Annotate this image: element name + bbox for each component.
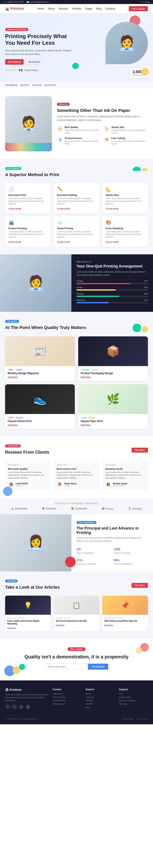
footer-explore-link-5[interactable]: Blog [86, 706, 115, 708]
progress-products: Products 60% [76, 293, 148, 297]
article-card-2: 📋 Tips • Dec 10, 2024 Get Fresh Flavoure… [54, 596, 99, 631]
nav-contacts[interactable]: Contacts [105, 7, 115, 10]
brand-soundz: 🎵 SOUNDZ [128, 507, 142, 510]
service-doc-edit-link[interactable]: LEARN MORE [57, 208, 70, 210]
service-variety-title: Variety Size [106, 194, 145, 196]
hero-more-button[interactable]: Read More [25, 59, 43, 65]
nav-home[interactable]: Home [37, 7, 44, 10]
service-product-link[interactable]: LEARN MORE [8, 241, 22, 243]
hero-image: 🧑‍💼 [105, 22, 148, 64]
social-icon-in[interactable]: in [145, 1, 147, 3]
cta-top-badge-label: Get a Quote [68, 647, 86, 651]
footer-privacy-link[interactable]: Privacy Policy [122, 718, 134, 720]
portfolio-flyer-link[interactable]: Read More [81, 424, 91, 426]
footer-support-link-4[interactable]: Site Map [119, 703, 148, 705]
reviewer-name-3: Brenda James [113, 483, 127, 485]
portfolio-header: Our Works At The Point When Quality Trul… [5, 319, 148, 332]
service-color-link[interactable]: LEARN MORE [106, 241, 119, 243]
about-badge: About Us [57, 103, 70, 106]
deco-yellow-semicircle [142, 168, 148, 171]
footer-copyright: © 2024 Printism. All Rights Reserved. [5, 718, 37, 720]
footer-contact-links: Address Info Phone Number Email Address … [53, 693, 82, 705]
reviews-view-more-button[interactable]: View More [131, 448, 148, 453]
footer-explore-link-3[interactable]: Services [86, 700, 115, 702]
service-card-variety-size: 📐 Variety Size Lorem ipsum dolor sit ame… [102, 183, 148, 213]
footer-contact-link-4[interactable]: Working Hours [53, 703, 82, 705]
footer-support-link-2[interactable]: Privacy Policy [119, 696, 148, 698]
reviewer-avatar-icon-3: 👩 [106, 483, 110, 486]
service-card-cloud-print: ☁️ Cloud Printing Lorem ipsum dolor sit … [54, 216, 99, 247]
footer-explore-link-2[interactable]: About Us [86, 696, 115, 698]
topbar-email: 📧 printism@gmail.com [26, 1, 49, 3]
nav-pages[interactable]: Pages [85, 7, 93, 10]
footer-explore-link-1[interactable]: Home [86, 693, 115, 695]
stat-satisfaction-num: 99 [114, 559, 117, 562]
footer-support-link-1[interactable]: FAQ [119, 693, 148, 695]
social-icon-f[interactable]: f [141, 1, 142, 3]
progress-products-value: 60% [144, 293, 148, 295]
article-read-3[interactable]: Read More [104, 624, 113, 626]
nav-portfolio[interactable]: Portfolio [72, 7, 81, 10]
article-read-1[interactable]: Read More [7, 627, 16, 629]
footer-social-in[interactable]: in [19, 704, 24, 709]
articles-view-more-button[interactable]: View More [131, 583, 148, 588]
portfolio-packaging-title: Product Packaging Design [81, 372, 145, 375]
service-variety-link[interactable]: LEARN MORE [106, 208, 119, 210]
about-content: About Us Something Other Than Ink On Pap… [57, 102, 148, 145]
navbar-actions: Get a Quote [129, 6, 148, 11]
logo-text: Printism [10, 7, 24, 10]
service-card-color-sampling: 🎨 Color Sampling Lorem ipsum dolor sit a… [102, 216, 148, 247]
portfolio-magazine-link[interactable]: Read More [8, 376, 18, 378]
social-icon-yt[interactable]: ▶ [148, 1, 150, 3]
portfolio-shoes-link[interactable]: Read More [8, 424, 18, 426]
nav-about[interactable]: About [48, 7, 54, 10]
article-icon-1: 💡 [24, 601, 32, 609]
service-doc-print-link[interactable]: LEARN MORE [8, 208, 22, 210]
service-card-document-print: 📄 Document Print Lorem ipsum dolor sit a… [5, 183, 51, 213]
article-card-1: 💡 Design • Dec 12, 2024 Color Lights and… [5, 596, 51, 631]
brand-mountain: ⛰️ MOUNTAIN [11, 507, 27, 510]
service-doc-edit-icon: ✏️ [57, 187, 96, 192]
nav-blog[interactable]: Blog [96, 7, 101, 10]
footer-social-yt[interactable]: ▶ [26, 704, 31, 709]
social-icon-t[interactable]: t [143, 1, 144, 3]
reviewer-avatar-icon-1: 👩 [9, 483, 13, 486]
footer-social-f[interactable]: f [5, 704, 10, 709]
service-cloud-link[interactable]: LEARN MORE [57, 241, 70, 243]
hero-started-button[interactable]: Get Started [5, 59, 24, 65]
footer-social-t[interactable]: t [12, 704, 17, 709]
cta-email-input[interactable] [45, 663, 87, 670]
footer-support-link-3[interactable]: Terms & Conditions [119, 700, 148, 702]
service-card-doc-editing: ✏️ Document Editing Lorem ipsum dolor si… [54, 183, 99, 213]
quality-person-icon: 🧑‍💼 [27, 274, 45, 292]
service-cloud-title: Cloud Printing [57, 227, 96, 229]
service-cloud-icon: ☁️ [57, 220, 96, 225]
stat-projects: 145k Projects Completed [114, 546, 148, 554]
brand-lionherd: 🦁 LIONHERD [71, 507, 87, 510]
footer-contact-link-3[interactable]: Email Address [53, 700, 82, 702]
stats-deco-red-circle [65, 557, 76, 567]
progress-design: Design 55% [76, 286, 148, 290]
about-image: 🧑‍💼 [5, 96, 52, 151]
portfolio-packaging-link[interactable]: Read More [81, 376, 91, 378]
article-img-1: 💡 [5, 596, 51, 615]
footer-grid: 🖨️ Printism Lorem ipsum dolor sit amet, … [5, 688, 148, 710]
cta-submit-button[interactable]: Get Started [88, 664, 108, 670]
progress-printing-fill [76, 283, 130, 284]
stat-satisfaction: 99% Customer Satisfaction [114, 557, 148, 565]
rating-label: Clients Rating [24, 69, 37, 71]
footer-contact-link-1[interactable]: Address Info [53, 693, 82, 695]
nav-quote-button[interactable]: Get a Quote [129, 6, 148, 11]
service-color-title: Color Sampling [106, 227, 145, 229]
footer-explore-link-4[interactable]: Portfolio [86, 703, 115, 705]
footer-printer-icon: 🖨️ [5, 688, 9, 691]
footer-terms-link[interactable]: Terms of Use [137, 718, 148, 720]
hero-description: Lorem ipsum dolor sit amet, consectetur … [5, 49, 73, 56]
footer-contact-link-2[interactable]: Phone Number [53, 696, 82, 698]
hero-deco-circle-yellow [141, 68, 149, 75]
nav-services[interactable]: Services [58, 7, 68, 10]
article-read-2[interactable]: Read More [56, 624, 65, 626]
portfolio-title: At The Point When Quality Truly Matters [5, 325, 86, 330]
review-title-3: Amazing result! [105, 468, 145, 470]
service-card-product-print: 🖨️ Product Printing Lorem ipsum dolor si… [5, 216, 51, 247]
